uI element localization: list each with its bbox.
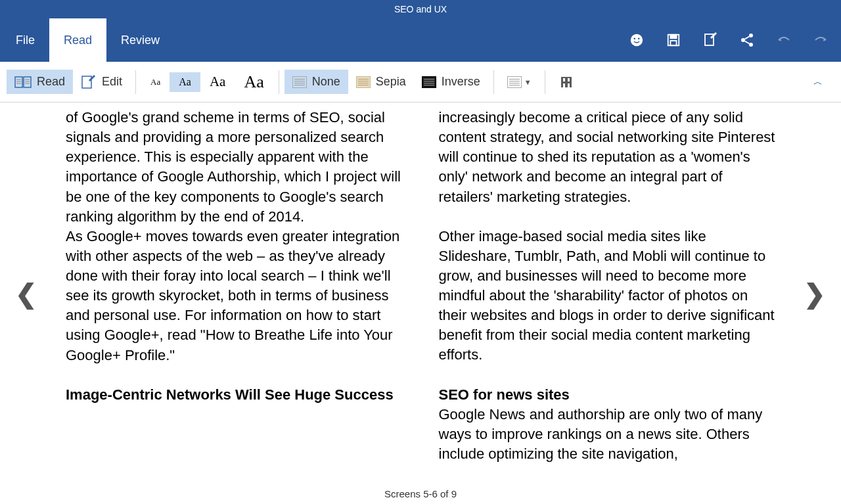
read-label: Read — [37, 75, 65, 89]
theme-none-button[interactable]: None — [284, 70, 348, 94]
separator — [279, 70, 279, 94]
ribbon-actions — [628, 32, 829, 49]
save-icon[interactable] — [665, 32, 682, 49]
reading-area: ❮ of Google's grand scheme in terms of S… — [0, 103, 841, 484]
spacer — [439, 207, 776, 227]
next-page-button[interactable]: ❯ — [788, 103, 841, 484]
svg-rect-18 — [82, 76, 91, 88]
tab-review[interactable]: Review — [106, 18, 174, 62]
document-title: SEO and UX — [394, 4, 447, 14]
section-heading: SEO for news sites — [439, 385, 776, 405]
title-bar: SEO and UX — [0, 0, 841, 18]
svg-point-0 — [631, 34, 643, 46]
svg-rect-11 — [24, 77, 31, 87]
svg-rect-4 — [670, 35, 676, 39]
page-indicator-text: Screens 5-6 of 9 — [384, 488, 457, 499]
collapse-ribbon-icon[interactable]: ︿ — [813, 76, 834, 88]
font-size-lg[interactable]: Aa — [235, 68, 273, 96]
svg-point-1 — [634, 37, 636, 39]
page-columns: of Google's grand scheme in terms of SEO… — [53, 103, 788, 464]
tab-read[interactable]: Read — [49, 18, 106, 62]
tab-file[interactable]: File — [0, 18, 49, 62]
page-left: of Google's grand scheme in terms of SEO… — [66, 108, 403, 464]
section-heading: Image-Centric Networks Will See Huge Suc… — [66, 385, 403, 405]
read-mode-button[interactable]: Read — [7, 70, 73, 94]
separator — [135, 70, 136, 94]
theme-none-icon — [292, 76, 307, 88]
svg-point-8 — [741, 38, 745, 42]
theme-inverse-icon — [422, 76, 436, 88]
smiley-icon[interactable] — [628, 32, 645, 49]
font-size-md[interactable]: Aa — [200, 70, 235, 94]
theme-sepia-icon — [356, 76, 371, 88]
share-icon[interactable] — [739, 32, 756, 49]
body-text: As Google+ moves towards even greater in… — [66, 227, 403, 365]
theme-sepia-label: Sepia — [376, 75, 406, 89]
page-indicator: Screens 5-6 of 9 — [0, 484, 841, 504]
edit-mode-button[interactable]: Edit — [73, 70, 130, 95]
separator — [545, 70, 545, 94]
page-right: increasingly become a critical piece of … — [439, 108, 776, 464]
columns-icon — [507, 76, 522, 88]
undo-icon[interactable] — [775, 32, 792, 49]
columns-dropdown[interactable]: ▼ — [499, 71, 539, 93]
font-size-xs[interactable]: Aa — [141, 73, 170, 91]
find-button[interactable] — [551, 69, 582, 95]
edit-document-icon[interactable] — [702, 32, 719, 49]
toolbar: Read Edit Aa Aa Aa Aa None Sepia Inverse… — [0, 62, 841, 103]
theme-inverse-button[interactable]: Inverse — [414, 70, 488, 94]
svg-point-2 — [638, 37, 640, 39]
spacer — [439, 365, 776, 385]
separator — [493, 70, 494, 94]
theme-sepia-button[interactable]: Sepia — [348, 70, 414, 94]
body-text: Google News and authorship are only two … — [439, 405, 776, 464]
redo-icon[interactable] — [812, 32, 829, 49]
dropdown-caret-icon: ▼ — [524, 78, 532, 86]
body-text: of Google's grand scheme in terms of SEO… — [66, 108, 403, 227]
font-size-sm[interactable]: Aa — [170, 72, 200, 92]
theme-inverse-label: Inverse — [442, 75, 480, 89]
svg-point-9 — [749, 43, 753, 47]
edit-label: Edit — [102, 75, 122, 89]
theme-none-label: None — [312, 75, 340, 89]
svg-rect-10 — [15, 77, 22, 87]
ribbon-tabs: File Read Review — [0, 18, 841, 62]
prev-page-button[interactable]: ❮ — [0, 103, 53, 484]
svg-point-7 — [749, 34, 753, 37]
svg-rect-5 — [670, 41, 676, 45]
spacer — [66, 365, 403, 385]
body-text: Other image-based social media sites lik… — [439, 227, 776, 365]
body-text: increasingly become a critical piece of … — [439, 108, 776, 207]
